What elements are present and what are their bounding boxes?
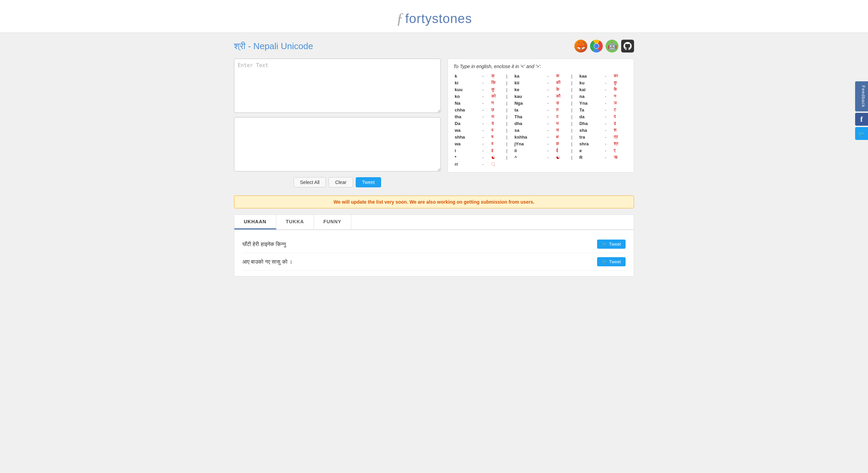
svg-point-2 xyxy=(594,44,599,48)
button-row: Select All Clear Tweet xyxy=(234,177,441,187)
table-row: rr - ् xyxy=(453,161,628,167)
tweet-icon-2: 🐦 xyxy=(602,259,607,264)
android-icon[interactable]: 🤖 xyxy=(606,40,618,53)
github-icon[interactable] xyxy=(621,40,634,53)
table-row: Da - ड | dha - ध | Dha - ढ xyxy=(453,120,628,127)
notice-banner: We will update the list very soon. We ar… xyxy=(234,196,634,208)
select-all-button[interactable]: Select All xyxy=(294,177,326,187)
quote-row-2: आए बाउको गए सासु को । 🐦 Tweet xyxy=(242,253,626,271)
output-textarea[interactable] xyxy=(234,117,441,171)
tweet-label-1: Tweet xyxy=(609,242,621,247)
tabs-section: UKHAAN TUKKA FUNNY घाँटी हेरी हाइनेक किन… xyxy=(234,214,634,276)
quote-row-1: घाँटी हेरी हाइनेक किन्नु 🐦 Tweet xyxy=(242,235,626,253)
right-panel: To Type in english, enclose it in '<' an… xyxy=(448,59,634,172)
quote-text-2: आए बाउको गए सासु को । xyxy=(242,259,293,265)
notice-text: We will update the list very soon. We ar… xyxy=(334,199,534,205)
logo-area: ƒ fortystones xyxy=(0,6,868,29)
main-container: श्री - Nepali Unicode 🦊 🤖 xyxy=(224,33,644,283)
clear-button[interactable]: Clear xyxy=(329,177,353,187)
feedback-sidebar: Feedback f 🐦 xyxy=(855,81,868,140)
table-row: wa - व | jYna - ज्ञ | shra - श्र xyxy=(453,140,628,147)
quote-text-1: घाँटी हेरी हाइनेक किन्नु xyxy=(242,241,286,247)
logo-brand: fortystones xyxy=(405,12,472,26)
chrome-icon[interactable] xyxy=(590,40,603,53)
facebook-button[interactable]: f xyxy=(855,113,868,126)
table-row: wa - व | sa - स | sha - श xyxy=(453,127,628,133)
tab-content: घाँटी हेरी हाइनेक किन्नु 🐦 Tweet आए बाउक… xyxy=(234,230,634,276)
table-row: tha - थ | Tha - ठ | da - द xyxy=(453,113,628,120)
table-row: * - ☯ | ^ - ☯ | R - ऋ xyxy=(453,154,628,161)
tweet-label-2: Tweet xyxy=(609,259,621,264)
tab-funny[interactable]: FUNNY xyxy=(314,215,351,229)
left-panel: Select All Clear Tweet xyxy=(234,59,441,187)
tweet-icon-1: 🐦 xyxy=(602,242,607,247)
title-row: श्री - Nepali Unicode 🦊 🤖 xyxy=(234,40,634,53)
table-row: chha - छ | ta - त | Ta - ट xyxy=(453,106,628,113)
table-row: i - इ | ii - ई | e - ए xyxy=(453,147,628,154)
browser-icons: 🦊 🤖 xyxy=(574,40,634,53)
tab-ukhaan[interactable]: UKHAAN xyxy=(234,215,276,229)
table-row: ko - को | kau - कौ | na - न xyxy=(453,93,628,100)
table-row: k - क् | ka - क | kaa - का xyxy=(453,73,628,79)
tab-tukka[interactable]: TUKKA xyxy=(276,215,314,229)
table-row: Na - ण | Nga - ङ | Yna - ञ xyxy=(453,100,628,106)
table-row: ki - कि | kii - की | ku - कु xyxy=(453,79,628,86)
logo-icon: ƒ xyxy=(396,11,404,26)
github-svg xyxy=(624,42,632,50)
table-row: shha - ष | kshha - क्ष | tra - त्र xyxy=(453,133,628,140)
charmap-title: To Type in english, enclose it in '<' an… xyxy=(453,64,628,69)
feedback-tab[interactable]: Feedback xyxy=(855,81,868,111)
tweet-quote-1-button[interactable]: 🐦 Tweet xyxy=(597,240,626,249)
twitter-button[interactable]: 🐦 xyxy=(855,127,868,140)
page-title: श्री - Nepali Unicode xyxy=(234,41,313,52)
tabs-header: UKHAAN TUKKA FUNNY xyxy=(234,215,634,230)
chrome-svg xyxy=(590,40,603,53)
table-row: kuu - कू | ke - के | kai - कै xyxy=(453,86,628,93)
site-header: ƒ fortystones xyxy=(0,0,868,33)
content-area: Select All Clear Tweet To Type in englis… xyxy=(234,59,634,187)
firefox-icon[interactable]: 🦊 xyxy=(574,40,587,53)
input-textarea[interactable] xyxy=(234,59,441,113)
tweet-button[interactable]: Tweet xyxy=(356,177,381,187)
charmap-table: k - क् | ka - क | kaa - का ki - xyxy=(453,73,628,167)
tweet-quote-2-button[interactable]: 🐦 Tweet xyxy=(597,257,626,266)
